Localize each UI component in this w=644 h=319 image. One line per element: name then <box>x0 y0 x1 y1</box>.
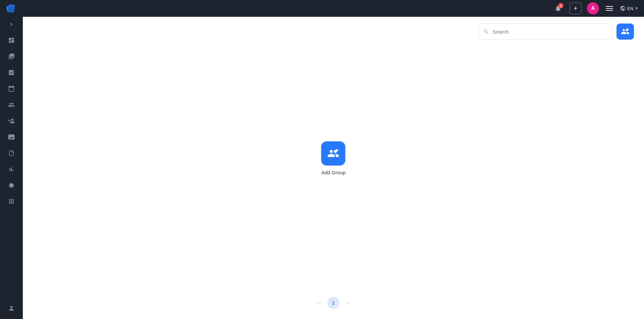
sidebar-item-cube[interactable] <box>4 178 19 193</box>
user-avatar-button[interactable]: A <box>587 2 599 14</box>
add-group-icon-button[interactable] <box>321 141 345 166</box>
global-add-button[interactable]: + <box>569 2 582 14</box>
menu-line-1 <box>606 6 613 7</box>
lang-chevron-icon: ▼ <box>635 6 639 11</box>
sidebar-item-bar-chart[interactable] <box>4 162 19 177</box>
add-group-toolbar-button[interactable] <box>616 24 634 40</box>
sidebar-item-account[interactable] <box>4 301 19 316</box>
empty-state: Add Group <box>321 141 346 175</box>
empty-state-label: Add Group <box>321 170 346 175</box>
menu-line-3 <box>606 10 613 11</box>
sidebar-item-gallery[interactable] <box>4 49 19 64</box>
sidebar-item-image-chart[interactable] <box>4 130 19 144</box>
pagination: ← 1 → <box>23 290 644 319</box>
sidebar-item-dashboard[interactable] <box>4 33 19 48</box>
search-container <box>478 24 612 40</box>
menu-line-2 <box>606 8 613 9</box>
pagination-prev-button[interactable]: ← <box>313 298 325 308</box>
pagination-page-1-button[interactable]: 1 <box>328 297 340 309</box>
content-body: Add Group <box>23 46 644 290</box>
sidebar-item-analytics[interactable] <box>4 65 19 80</box>
sidebar-toggle-button[interactable]: > <box>5 19 18 30</box>
language-selector-button[interactable]: EN ▼ <box>620 5 639 11</box>
sidebar-item-person-add[interactable] <box>4 113 19 128</box>
search-icon <box>483 29 489 35</box>
header-right: 2 + A EN ▼ <box>552 2 639 14</box>
content-area: Add Group ← 1 → <box>23 17 644 319</box>
pagination-next-button[interactable]: → <box>342 298 354 308</box>
app-header: 2 + A EN ▼ <box>0 0 644 17</box>
main-layout: > <box>0 17 644 319</box>
sidebar-item-calendar[interactable] <box>4 81 19 96</box>
notification-badge: 2 <box>558 3 563 8</box>
sidebar: > <box>0 17 23 319</box>
svg-rect-2 <box>8 6 14 12</box>
header-left <box>5 2 17 14</box>
hamburger-menu-button[interactable] <box>604 5 614 12</box>
sidebar-item-people[interactable] <box>4 97 19 112</box>
sidebar-item-grid[interactable] <box>4 194 19 209</box>
app-logo <box>5 2 17 14</box>
sidebar-item-document[interactable] <box>4 146 19 161</box>
notification-button[interactable]: 2 <box>552 2 564 14</box>
content-toolbar <box>23 17 644 46</box>
search-input[interactable] <box>493 29 607 35</box>
